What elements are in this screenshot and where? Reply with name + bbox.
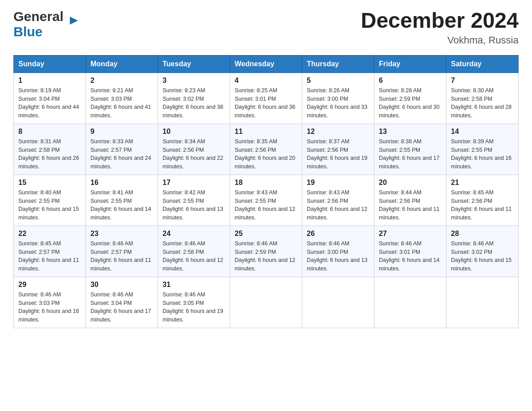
day-number: 6 — [379, 77, 442, 85]
table-row: 17Sunrise: 8:42 AMSunset: 2:55 PMDayligh… — [158, 175, 230, 226]
month-year-title: December 2024 — [361, 9, 519, 33]
day-number: 10 — [163, 128, 225, 136]
table-row: 3Sunrise: 8:23 AMSunset: 3:02 PMDaylight… — [158, 73, 230, 124]
day-info: Sunrise: 8:37 AMSunset: 2:56 PMDaylight:… — [307, 137, 369, 171]
col-wednesday: Wednesday — [230, 55, 302, 73]
table-row: 12Sunrise: 8:37 AMSunset: 2:56 PMDayligh… — [302, 124, 374, 175]
day-info: Sunrise: 8:43 AMSunset: 2:56 PMDaylight:… — [307, 188, 369, 222]
day-info: Sunrise: 8:34 AMSunset: 2:56 PMDaylight:… — [163, 137, 225, 171]
table-row: 16Sunrise: 8:41 AMSunset: 2:55 PMDayligh… — [86, 175, 158, 226]
title-block: December 2024 Vokhma, Russia — [361, 9, 519, 46]
day-number: 30 — [90, 281, 153, 289]
day-number: 9 — [90, 128, 153, 136]
day-number: 19 — [307, 179, 369, 187]
day-info: Sunrise: 8:28 AMSunset: 2:59 PMDaylight:… — [379, 86, 442, 120]
day-info: Sunrise: 8:46 AMSunset: 2:59 PMDaylight:… — [235, 240, 297, 273]
table-row — [302, 277, 374, 328]
day-info: Sunrise: 8:41 AMSunset: 2:55 PMDaylight:… — [90, 188, 153, 222]
calendar-week-row: 29Sunrise: 8:46 AMSunset: 3:03 PMDayligh… — [14, 277, 519, 328]
day-number: 13 — [379, 128, 442, 136]
day-info: Sunrise: 8:35 AMSunset: 2:56 PMDaylight:… — [235, 137, 297, 171]
day-number: 12 — [307, 128, 369, 136]
day-number: 28 — [451, 230, 514, 238]
day-number: 16 — [90, 179, 153, 187]
day-info: Sunrise: 8:45 AMSunset: 2:57 PMDaylight:… — [18, 240, 81, 273]
calendar-table: Sunday Monday Tuesday Wednesday Thursday… — [13, 55, 519, 328]
table-row — [230, 277, 302, 328]
table-row: 7Sunrise: 8:30 AMSunset: 2:58 PMDaylight… — [446, 73, 519, 124]
day-info: Sunrise: 8:39 AMSunset: 2:55 PMDaylight:… — [451, 137, 514, 171]
logo: General Blue — [13, 9, 70, 39]
day-number: 23 — [90, 230, 153, 238]
calendar-header-row: Sunday Monday Tuesday Wednesday Thursday… — [14, 55, 519, 73]
day-number: 2 — [90, 77, 153, 85]
logo-blue-text: Blue — [13, 24, 43, 39]
day-number: 18 — [235, 179, 297, 187]
table-row: 15Sunrise: 8:40 AMSunset: 2:55 PMDayligh… — [14, 175, 86, 226]
table-row: 10Sunrise: 8:34 AMSunset: 2:56 PMDayligh… — [158, 124, 230, 175]
table-row: 1Sunrise: 8:19 AMSunset: 3:04 PMDaylight… — [14, 73, 86, 124]
day-number: 3 — [163, 77, 225, 85]
page-header: General Blue December 2024 Vokhma, Russi… — [13, 9, 519, 46]
col-saturday: Saturday — [446, 55, 519, 73]
day-number: 22 — [18, 230, 81, 238]
day-number: 4 — [235, 77, 297, 85]
table-row: 19Sunrise: 8:43 AMSunset: 2:56 PMDayligh… — [302, 175, 374, 226]
day-info: Sunrise: 8:46 AMSunset: 3:02 PMDaylight:… — [451, 240, 514, 273]
day-number: 1 — [18, 77, 81, 85]
day-info: Sunrise: 8:23 AMSunset: 3:02 PMDaylight:… — [163, 86, 225, 120]
table-row — [446, 277, 519, 328]
day-info: Sunrise: 8:46 AMSunset: 3:01 PMDaylight:… — [379, 240, 442, 273]
day-info: Sunrise: 8:25 AMSunset: 3:01 PMDaylight:… — [235, 86, 297, 120]
day-number: 17 — [163, 179, 225, 187]
table-row: 24Sunrise: 8:46 AMSunset: 2:58 PMDayligh… — [158, 226, 230, 277]
col-sunday: Sunday — [14, 55, 86, 73]
day-info: Sunrise: 8:45 AMSunset: 2:56 PMDaylight:… — [451, 188, 514, 222]
svg-marker-0 — [70, 17, 78, 25]
col-friday: Friday — [374, 55, 446, 73]
table-row: 4Sunrise: 8:25 AMSunset: 3:01 PMDaylight… — [230, 73, 302, 124]
table-row: 14Sunrise: 8:39 AMSunset: 2:55 PMDayligh… — [446, 124, 519, 175]
day-info: Sunrise: 8:46 AMSunset: 3:03 PMDaylight:… — [18, 291, 81, 324]
day-info: Sunrise: 8:44 AMSunset: 2:56 PMDaylight:… — [379, 188, 442, 222]
table-row: 2Sunrise: 8:21 AMSunset: 3:03 PMDaylight… — [86, 73, 158, 124]
table-row: 25Sunrise: 8:46 AMSunset: 2:59 PMDayligh… — [230, 226, 302, 277]
day-number: 8 — [18, 128, 81, 136]
day-info: Sunrise: 8:19 AMSunset: 3:04 PMDaylight:… — [18, 86, 81, 120]
calendar-week-row: 8Sunrise: 8:31 AMSunset: 2:58 PMDaylight… — [14, 124, 519, 175]
day-info: Sunrise: 8:43 AMSunset: 2:55 PMDaylight:… — [235, 188, 297, 222]
day-number: 25 — [235, 230, 297, 238]
day-info: Sunrise: 8:42 AMSunset: 2:55 PMDaylight:… — [163, 188, 225, 222]
day-number: 21 — [451, 179, 514, 187]
table-row: 30Sunrise: 8:46 AMSunset: 3:04 PMDayligh… — [86, 277, 158, 328]
table-row: 27Sunrise: 8:46 AMSunset: 3:01 PMDayligh… — [374, 226, 446, 277]
table-row: 23Sunrise: 8:46 AMSunset: 2:57 PMDayligh… — [86, 226, 158, 277]
col-tuesday: Tuesday — [158, 55, 230, 73]
day-number: 14 — [451, 128, 514, 136]
table-row: 11Sunrise: 8:35 AMSunset: 2:56 PMDayligh… — [230, 124, 302, 175]
table-row: 22Sunrise: 8:45 AMSunset: 2:57 PMDayligh… — [14, 226, 86, 277]
table-row: 6Sunrise: 8:28 AMSunset: 2:59 PMDaylight… — [374, 73, 446, 124]
table-row: 20Sunrise: 8:44 AMSunset: 2:56 PMDayligh… — [374, 175, 446, 226]
day-number: 5 — [307, 77, 369, 85]
day-number: 15 — [18, 179, 81, 187]
day-info: Sunrise: 8:46 AMSunset: 2:58 PMDaylight:… — [163, 240, 225, 273]
day-info: Sunrise: 8:38 AMSunset: 2:55 PMDaylight:… — [379, 137, 442, 171]
calendar-week-row: 15Sunrise: 8:40 AMSunset: 2:55 PMDayligh… — [14, 175, 519, 226]
table-row: 13Sunrise: 8:38 AMSunset: 2:55 PMDayligh… — [374, 124, 446, 175]
table-row — [374, 277, 446, 328]
calendar-week-row: 1Sunrise: 8:19 AMSunset: 3:04 PMDaylight… — [14, 73, 519, 124]
location-subtitle: Vokhma, Russia — [361, 34, 519, 46]
day-info: Sunrise: 8:46 AMSunset: 3:00 PMDaylight:… — [307, 240, 369, 273]
table-row: 31Sunrise: 8:46 AMSunset: 3:05 PMDayligh… — [158, 277, 230, 328]
day-number: 29 — [18, 281, 81, 289]
day-info: Sunrise: 8:46 AMSunset: 3:04 PMDaylight:… — [90, 291, 153, 324]
col-thursday: Thursday — [302, 55, 374, 73]
table-row: 28Sunrise: 8:46 AMSunset: 3:02 PMDayligh… — [446, 226, 519, 277]
table-row: 5Sunrise: 8:26 AMSunset: 3:00 PMDaylight… — [302, 73, 374, 124]
day-info: Sunrise: 8:33 AMSunset: 2:57 PMDaylight:… — [90, 137, 153, 171]
day-number: 31 — [163, 281, 225, 289]
day-number: 7 — [451, 77, 514, 85]
table-row: 18Sunrise: 8:43 AMSunset: 2:55 PMDayligh… — [230, 175, 302, 226]
day-number: 24 — [163, 230, 225, 238]
